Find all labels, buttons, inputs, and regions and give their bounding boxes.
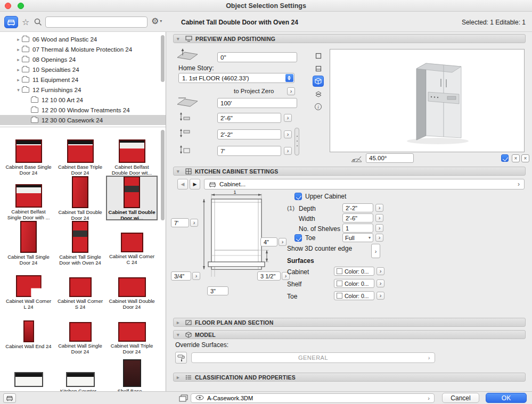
upper-cabinet-checkbox[interactable]	[294, 193, 302, 200]
diagram-thickness-input[interactable]	[171, 271, 191, 281]
surface-painter-button[interactable]	[175, 352, 187, 364]
mirror-horizontal-toggle[interactable]: ×	[512, 154, 520, 162]
tree-item[interactable]: ▸11 Equipment 24	[0, 75, 166, 85]
tree-item[interactable]: ▾12 Furnishings 24	[0, 85, 166, 95]
catalog-item[interactable]: Cabinet Wall Corner L 24	[3, 265, 54, 310]
diagram-right-stepper[interactable]: ›	[279, 238, 287, 246]
cancel-button[interactable]: Cancel	[442, 393, 479, 403]
diagram-right-input[interactable]	[260, 237, 277, 246]
width-stepper[interactable]: ›	[284, 114, 292, 122]
catalog-scrollbar[interactable]	[161, 130, 165, 220]
surface-toe-field[interactable]: Color: 0...	[334, 291, 374, 300]
chevron-down-icon[interactable]: ▾	[15, 87, 22, 93]
close-window-button[interactable]	[5, 3, 11, 9]
chevron-down-icon[interactable]: ▾	[177, 332, 182, 337]
object-height-input[interactable]	[217, 146, 281, 156]
chevron-right-icon[interactable]: ›	[518, 180, 520, 188]
catalog-item[interactable]: Cabinet Base Triple Door 24	[54, 131, 106, 176]
diagram-height-stepper[interactable]: ›	[190, 219, 198, 227]
chevron-right-icon[interactable]: ▸	[15, 67, 22, 72]
tree-item-selected[interactable]: 12 30 00 Casework 24	[0, 115, 166, 125]
catalog-item[interactable]: Cabinet Wall Corner S 24	[54, 265, 106, 310]
override-general-button[interactable]: GENERAL ›	[191, 352, 435, 363]
chevron-right-icon[interactable]: ▸	[15, 77, 22, 83]
preview-plan-button[interactable]	[313, 50, 324, 61]
elevation-input[interactable]	[217, 98, 297, 108]
depth-param-input[interactable]	[342, 203, 373, 212]
chevron-down-icon[interactable]: ▾	[177, 169, 182, 174]
section-floor-plan[interactable]: ▸ FLOOR PLAN AND SECTION	[173, 318, 526, 327]
preview-option-checkbox[interactable]	[501, 154, 509, 162]
zoom-window-button[interactable]	[18, 3, 24, 9]
depth-input[interactable]	[217, 129, 281, 139]
tree-item[interactable]: ▸10 Specialties 24	[0, 64, 166, 75]
param-page-back-button[interactable]: ◀	[177, 179, 188, 189]
diagram-toe-input[interactable]	[207, 286, 228, 295]
transfer-settings-button[interactable]	[3, 393, 16, 403]
mirror-vertical-toggle[interactable]: ×	[521, 154, 529, 162]
catalog-item[interactable]: Shelf Base...	[106, 354, 158, 391]
ok-button[interactable]: OK	[486, 393, 527, 403]
catalog-item[interactable]: Cabinet Wall End 24	[3, 310, 54, 354]
preview-3d-button[interactable]	[313, 76, 324, 87]
section-preview-positioning[interactable]: ▾ PREVIEW AND POSITIONING	[173, 34, 526, 43]
param-page-forward-button[interactable]: ▶	[190, 179, 200, 189]
tree-item[interactable]: 12 10 00 Art 24	[0, 95, 166, 105]
shelves-param-input[interactable]	[342, 224, 373, 233]
catalog-item[interactable]: Cabinet Tall Single Door 24	[3, 220, 54, 265]
width-param-stepper[interactable]: ›	[375, 214, 383, 222]
counter-edge-stepper[interactable]: ›	[371, 244, 380, 258]
depth-stepper[interactable]: ›	[284, 130, 292, 138]
chevron-right-icon[interactable]: ▸	[15, 57, 22, 62]
tree-scrollbar[interactable]	[161, 35, 165, 82]
rotation-angle-input[interactable]	[366, 153, 414, 163]
catalog-item[interactable]	[3, 354, 54, 391]
object-height-stepper[interactable]: ›	[284, 147, 292, 155]
shelves-param-stepper[interactable]: ›	[375, 224, 383, 232]
height-offset-input[interactable]	[217, 52, 297, 62]
surface-shelf-field[interactable]: Color: 0...	[334, 279, 374, 288]
tree-item[interactable]: ▸07 Thermal & Moisture Protection 24	[0, 44, 166, 54]
catalog-item[interactable]: Cabinet Base Single Door 24	[3, 131, 54, 176]
object-3d-preview[interactable]	[330, 49, 525, 152]
section-kitchen-cabinet-settings[interactable]: ▾ KITCHEN CABINET SETTINGS	[173, 167, 526, 176]
combo-stepper-icon[interactable]	[285, 74, 293, 82]
width-param-input[interactable]	[342, 213, 373, 222]
catalog-item[interactable]: Cabinet Wall Corner C 24	[106, 220, 158, 265]
catalog-item[interactable]: Cabinet Wall Double Door 24	[106, 265, 158, 310]
chevron-down-icon[interactable]: ▾	[177, 36, 182, 42]
width-input[interactable]	[217, 113, 281, 123]
reference-level-stepper[interactable]: ›	[287, 87, 295, 95]
surface-toe-stepper[interactable]: ›	[377, 292, 384, 300]
surface-cabinet-field[interactable]: Color: 0...	[334, 267, 374, 276]
depth-param-stepper[interactable]: ›	[375, 204, 383, 212]
diagram-height-input[interactable]	[171, 218, 189, 227]
catalog-item[interactable]: Cabinet Wall Single Door 24	[54, 310, 106, 354]
surface-cabinet-stepper[interactable]: ›	[377, 267, 384, 275]
catalog-item[interactable]: Cabinet Belfast Single Door with ...	[3, 176, 54, 220]
preview-info-button[interactable]: i	[313, 101, 324, 112]
surface-shelf-stepper[interactable]: ›	[377, 279, 384, 287]
section-classification[interactable]: ▸ CLASSIFICATION AND PROPERTIES	[173, 373, 526, 382]
catalog-item[interactable]: Cabinet Tall Single Door with Oven 24	[54, 220, 106, 265]
tree-item[interactable]: ▸08 Openings 24	[0, 54, 166, 64]
dimension-link-toggle[interactable]	[294, 128, 299, 155]
catalog-item[interactable]: Cabinet Tall Double Door 24	[54, 176, 106, 220]
chevron-right-icon[interactable]: ▸	[15, 47, 22, 52]
chevron-right-icon[interactable]: ▸	[15, 37, 22, 42]
preview-section-button[interactable]	[313, 88, 324, 100]
catalog-item[interactable]: Kitchen Counter...	[54, 354, 106, 391]
favorites-star-icon[interactable]: ☆	[22, 17, 29, 27]
object-tool-button[interactable]	[4, 16, 18, 28]
toe-style-select[interactable]: Full ▾	[342, 233, 373, 242]
home-story-select[interactable]: 1. 1st FLOOR (4602.33')	[178, 73, 294, 83]
reference-level-label[interactable]: to Project Zero	[234, 88, 274, 94]
toe-stepper[interactable]: ›	[375, 234, 383, 242]
search-input[interactable]	[45, 17, 148, 28]
tree-item[interactable]: ▸06 Wood and Plastic 24	[0, 34, 166, 44]
diagram-thickness-stepper[interactable]: ›	[192, 272, 200, 280]
toe-checkbox[interactable]	[294, 234, 302, 242]
section-model[interactable]: ▾ MODEL	[173, 330, 526, 339]
catalog-item[interactable]: Cabinet Belfast Double Door wit...	[106, 131, 158, 176]
preview-elevation-button[interactable]	[313, 63, 324, 74]
